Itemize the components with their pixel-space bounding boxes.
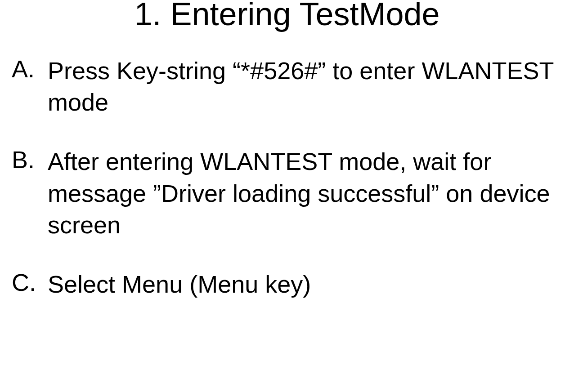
page-title: 1. Entering TestMode (0, 0, 574, 32)
list-marker: C. (4, 268, 48, 300)
list-content: After entering WLANTEST mode, wait for m… (48, 146, 574, 241)
list-item: B. After entering WLANTEST mode, wait fo… (4, 146, 574, 241)
list-marker: B. (4, 146, 48, 241)
list-content: Select Menu (Menu key) (48, 268, 574, 300)
list-content: Press Key-string “*#526#” to enter WLANT… (48, 55, 574, 118)
list-item: C. Select Menu (Menu key) (4, 268, 574, 300)
instruction-list: A. Press Key-string “*#526#” to enter WL… (0, 55, 574, 300)
list-marker: A. (4, 55, 48, 118)
list-item: A. Press Key-string “*#526#” to enter WL… (4, 55, 574, 118)
